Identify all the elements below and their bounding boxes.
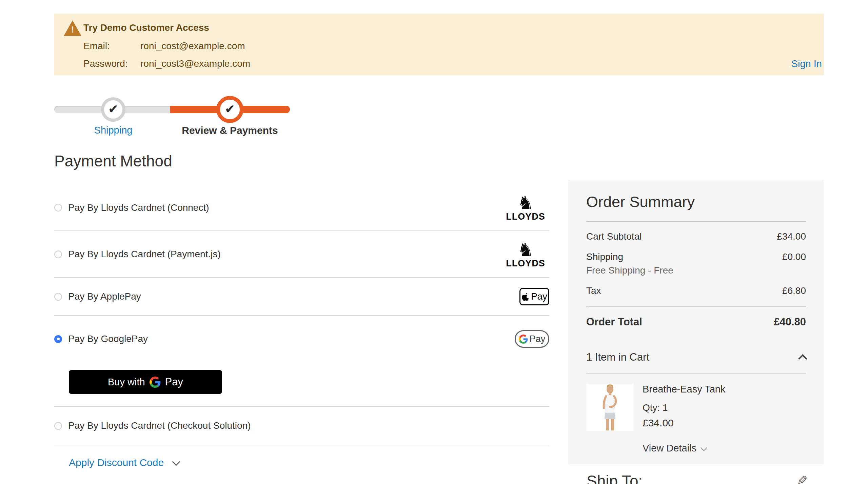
apply-discount-code-toggle[interactable]: Apply Discount Code <box>69 457 179 468</box>
lloyds-logo: ♞ LLOYDS <box>502 194 549 221</box>
google-g-icon <box>150 377 161 388</box>
shipping-row: Shipping £0.00 <box>586 251 806 262</box>
shipping-value: £0.00 <box>782 251 806 262</box>
shipping-method-note: Free Shipping - Free <box>586 265 806 276</box>
chevron-up-icon <box>798 354 807 363</box>
radio-lloyds-connect[interactable] <box>54 204 62 211</box>
divider <box>586 221 806 222</box>
check-icon: ✔ <box>225 102 235 116</box>
warning-icon: ! <box>64 20 81 36</box>
shipping-label: Shipping <box>586 251 623 262</box>
payment-option-label[interactable]: Pay By GooglePay <box>68 334 148 344</box>
lloyds-wordmark: LLOYDS <box>506 212 545 221</box>
payment-method-title: Payment Method <box>54 152 172 170</box>
radio-lloyds-paymentjs[interactable] <box>54 250 62 258</box>
radio-applepay[interactable] <box>54 293 62 301</box>
sign-in-link[interactable]: Sign In <box>791 58 822 69</box>
demo-password-row: Password:roni_cost3@example.com <box>83 58 250 69</box>
product-thumbnail <box>586 384 634 431</box>
product-name: Breathe-Easy Tank <box>643 384 726 395</box>
payment-option-lloyds-checkout: Pay By Lloyds Cardnet (Checkout Solution… <box>54 407 549 445</box>
tax-row: Tax £6.80 <box>586 285 806 296</box>
apple-pay-label: Pay <box>531 291 547 302</box>
step-shipping-marker: ✔ <box>101 97 125 122</box>
checkout-page: ! Try Demo Customer Access Email:roni_co… <box>0 0 868 484</box>
buy-with-label: Buy with <box>108 377 145 388</box>
tax-label: Tax <box>586 285 601 296</box>
subtotal-value: £34.00 <box>777 231 806 242</box>
order-total-label: Order Total <box>586 316 642 328</box>
google-pay-badge: Pay <box>515 330 549 348</box>
password-value: roni_cost3@example.com <box>140 58 250 69</box>
tax-value: £6.80 <box>782 285 806 296</box>
radio-googlepay[interactable] <box>54 335 62 343</box>
step-review-marker: ✔ <box>216 96 243 123</box>
google-g-icon <box>519 335 528 344</box>
lloyds-wordmark: LLOYDS <box>506 259 545 268</box>
payment-option-label[interactable]: Pay By Lloyds Cardnet (Connect) <box>68 202 209 213</box>
payment-option-lloyds-connect: Pay By Lloyds Cardnet (Connect) ♞ LLOYDS <box>54 185 549 231</box>
password-label: Password: <box>83 58 140 69</box>
payment-option-googlepay: Pay By GooglePay Pay Buy with Pay <box>54 316 549 407</box>
apple-pay-badge: Pay <box>519 288 549 305</box>
demo-access-banner: ! Try Demo Customer Access Email:roni_co… <box>54 14 824 75</box>
buy-with-gpay-button[interactable]: Buy with Pay <box>69 370 222 394</box>
lloyds-horse-icon: ♞ <box>517 241 534 258</box>
step-label-shipping[interactable]: Shipping <box>62 125 164 136</box>
view-details-label: View Details <box>643 443 696 454</box>
demo-email-row: Email:roni_cost@example.com <box>83 41 245 52</box>
apply-discount-label[interactable]: Apply Discount Code <box>69 457 164 468</box>
payment-option-label[interactable]: Pay By Lloyds Cardnet (Checkout Solution… <box>68 420 251 431</box>
step-label-review-payments: Review & Payments <box>162 125 298 136</box>
product-qty: Qty: 1 <box>643 402 726 413</box>
gpay-label: Pay <box>165 376 183 388</box>
apple-logo-icon <box>521 293 530 301</box>
ship-to-title: Ship To: <box>587 472 643 484</box>
payment-option-label[interactable]: Pay By ApplePay <box>68 291 141 302</box>
payment-option-applepay: Pay By ApplePay Pay <box>54 278 549 316</box>
chevron-down-icon <box>701 444 707 451</box>
cart-item-details: Breathe-Easy Tank Qty: 1 £34.00 <box>643 384 726 431</box>
lloyds-logo: ♞ LLOYDS <box>502 241 549 268</box>
email-label: Email: <box>83 41 140 52</box>
order-summary-panel: Order Summary Cart Subtotal £34.00 Shipp… <box>568 180 824 464</box>
items-in-cart-label: 1 Item in Cart <box>586 351 649 363</box>
edit-pencil-icon[interactable]: ✎ <box>797 473 808 484</box>
subtotal-label: Cart Subtotal <box>586 231 642 242</box>
radio-lloyds-checkout[interactable] <box>54 422 62 430</box>
order-summary-title: Order Summary <box>586 193 806 211</box>
payment-option-label[interactable]: Pay By Lloyds Cardnet (Payment.js) <box>68 249 221 260</box>
subtotal-row: Cart Subtotal £34.00 <box>586 231 806 242</box>
email-value: roni_cost@example.com <box>140 41 245 51</box>
order-total-value: £40.80 <box>774 316 806 328</box>
order-total-row: Order Total £40.80 <box>586 306 806 338</box>
banner-title: Try Demo Customer Access <box>83 22 209 33</box>
cart-item: Breathe-Easy Tank Qty: 1 £34.00 <box>586 384 806 431</box>
items-in-cart-toggle[interactable]: 1 Item in Cart <box>586 351 806 374</box>
google-pay-label: Pay <box>530 334 546 344</box>
lloyds-horse-icon: ♞ <box>517 194 534 211</box>
chevron-down-icon <box>172 458 180 466</box>
product-price: £34.00 <box>643 417 726 429</box>
check-icon: ✔ <box>108 102 118 116</box>
payment-option-lloyds-paymentjs: Pay By Lloyds Cardnet (Payment.js) ♞ LLO… <box>54 231 549 278</box>
view-details-toggle[interactable]: View Details <box>643 443 806 454</box>
